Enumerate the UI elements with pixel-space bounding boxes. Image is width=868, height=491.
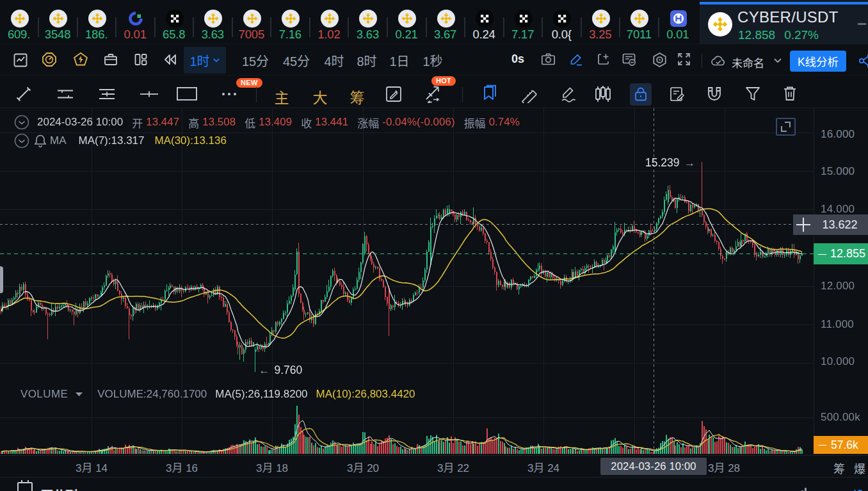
caret-down-icon[interactable] xyxy=(75,392,83,397)
arrows-line-tool-icon[interactable] xyxy=(423,84,442,103)
parallel-lines-tool-icon[interactable] xyxy=(56,85,75,103)
ticker-item-3[interactable]: 0.01 xyxy=(117,0,156,44)
ticker-item-1[interactable]: 3548 xyxy=(39,0,78,44)
liquidation-toggle[interactable]: 爆 xyxy=(854,460,865,476)
ticker-item-7[interactable]: 7.16 xyxy=(271,0,310,44)
timeframe-1[interactable]: 15分 xyxy=(242,47,269,74)
timeframe-4[interactable]: 8时 xyxy=(357,47,376,74)
draw-edit-icon[interactable] xyxy=(569,52,584,67)
popup-window-icon[interactable] xyxy=(622,52,636,67)
kline-window-icon[interactable] xyxy=(13,53,28,67)
last-price-value: 12.855 xyxy=(830,247,865,261)
chip-distribution-toggle[interactable]: 筹 xyxy=(833,460,845,476)
freehand-draw-tool-icon[interactable] xyxy=(559,85,577,103)
alert-bell-icon[interactable] xyxy=(34,134,47,148)
ticker-item-6[interactable]: 7005 xyxy=(232,0,271,44)
symbol-price: 12.858 xyxy=(738,28,775,42)
add-frame-icon[interactable] xyxy=(596,52,611,67)
crosshair-plus-icon[interactable] xyxy=(793,214,814,235)
sidebar-collapse-handle[interactable] xyxy=(0,266,3,293)
ticker-price: 3.67 xyxy=(426,28,464,42)
settings-hexagon-icon[interactable] xyxy=(652,52,668,68)
flash-pentagon-icon[interactable] xyxy=(73,52,88,67)
replay-rewind-icon[interactable] xyxy=(163,52,178,67)
cloud-save-icon[interactable] xyxy=(711,54,727,68)
ticker-item-17[interactable]: 0.01 xyxy=(659,0,698,44)
high-annotation: 15.239 → xyxy=(645,156,695,170)
screenshot-camera-icon[interactable] xyxy=(541,52,556,67)
ticker-item-0[interactable]: 609. xyxy=(0,0,39,44)
volume-title[interactable]: VOLUME xyxy=(20,388,68,401)
timeframe-6[interactable]: 1秒 xyxy=(422,47,442,74)
layout-columns-icon[interactable] xyxy=(134,52,148,67)
more-tools-tool-icon[interactable] xyxy=(221,86,237,102)
split-mode-label[interactable]: 不分列 xyxy=(41,486,77,491)
ticker-item-13[interactable]: 7.17 xyxy=(504,0,543,44)
chart-area[interactable] xyxy=(0,108,868,455)
ma-legend: MA MA(7):13.317 MA(30):13.136 xyxy=(14,134,227,148)
layout-chevron-down-icon[interactable] xyxy=(773,58,782,63)
collapse-circle-icon[interactable] xyxy=(14,133,29,149)
ticker-item-11[interactable]: 3.67 xyxy=(426,0,465,44)
ticker-item-14[interactable]: 0.0{ xyxy=(543,0,582,44)
kline-analyze-button[interactable]: K线分析 xyxy=(790,51,846,72)
multi-lines-tool-icon[interactable] xyxy=(97,85,117,103)
gauge-icon[interactable] xyxy=(42,52,57,67)
pane-maximize-icon[interactable] xyxy=(776,118,796,136)
toolbox-icon[interactable] xyxy=(104,52,118,67)
ticker-item-12[interactable]: 0.24 xyxy=(465,0,504,44)
bottom-blue-label[interactable]: K线 xyxy=(844,487,864,491)
time-axis[interactable]: 2024-03-26 10:00 筹 爆 3月 143月 163月 183月 2… xyxy=(0,455,868,477)
chip-tab[interactable]: 筹 xyxy=(350,86,365,108)
volume-line-dash: — xyxy=(819,440,826,449)
bottom-bar: 不分列 K线 xyxy=(0,477,868,491)
large-view-tab[interactable]: 大 xyxy=(313,86,328,108)
fullscreen-icon[interactable] xyxy=(677,52,691,67)
huobi-coin-icon xyxy=(670,10,687,28)
ticker-item-10[interactable]: 0.21 xyxy=(388,0,427,44)
binance-coin-icon xyxy=(204,10,222,28)
timeframe-selected[interactable]: 1时 xyxy=(184,47,226,74)
ticker-item-2[interactable]: 186. xyxy=(77,0,117,44)
timeframe-5[interactable]: 1日 xyxy=(389,47,409,74)
crosshair-price-badge: 13.622 xyxy=(793,214,868,235)
rectangle-tool-icon[interactable] xyxy=(176,85,198,102)
ticker-bar: 609.3548186.0.0165.83.6370057.161.023.63… xyxy=(0,0,700,44)
candle-pattern-tool-icon[interactable] xyxy=(593,85,613,103)
ticker-item-5[interactable]: 3.63 xyxy=(194,0,233,44)
notes-edit-tool-icon[interactable] xyxy=(668,85,686,103)
filter-funnel-tool-icon[interactable] xyxy=(744,86,761,102)
chevron-down-icon xyxy=(213,58,220,63)
price-axis-label-14.000: 14.000 xyxy=(821,203,855,216)
trend-line-tool-icon[interactable] xyxy=(15,85,33,103)
ticker-price: 7.17 xyxy=(504,28,542,42)
timeframe-3[interactable]: 4时 xyxy=(324,47,344,74)
split-layout-icon[interactable] xyxy=(17,482,33,491)
bookmark-tool-icon[interactable] xyxy=(481,85,498,102)
ticker-item-9[interactable]: 3.63 xyxy=(349,0,388,44)
main-indicator-tab[interactable]: 主 xyxy=(275,86,289,108)
right-arrow-icon: → xyxy=(684,156,696,170)
replay-speed[interactable]: 0s xyxy=(511,52,524,66)
magnet-tool-icon[interactable] xyxy=(706,85,723,103)
symbol-panel[interactable]: CYBER/USDT 12.8580.27% xyxy=(700,0,868,44)
ruler-tool-icon[interactable] xyxy=(521,85,539,103)
mini-chart-icon[interactable] xyxy=(801,488,810,491)
ticker-price: 0.0{ xyxy=(543,28,581,42)
ticker-item-8[interactable]: 1.02 xyxy=(310,0,349,44)
horizontal-line-tool-icon[interactable] xyxy=(139,85,159,103)
lock-tool-icon[interactable] xyxy=(634,86,648,102)
left-arrow-icon: ← xyxy=(259,364,270,377)
ohlc-datetime: 2024-03-26 10:00 xyxy=(37,116,123,129)
square-edit-tool-icon[interactable] xyxy=(385,85,403,103)
ticker-item-4[interactable]: 65.8 xyxy=(155,0,194,44)
checker-coin-icon xyxy=(476,10,494,28)
share-icon[interactable] xyxy=(858,52,868,69)
timeframe-2[interactable]: 45分 xyxy=(283,47,310,74)
ticker-item-15[interactable]: 3.25 xyxy=(581,0,620,44)
delete-trash-tool-icon[interactable] xyxy=(782,85,798,102)
collapse-circle-icon[interactable] xyxy=(14,115,29,130)
ticker-item-16[interactable]: 7011 xyxy=(620,0,659,44)
layout-name[interactable]: 未命名 xyxy=(732,54,764,70)
binance-coin-icon xyxy=(49,10,67,28)
